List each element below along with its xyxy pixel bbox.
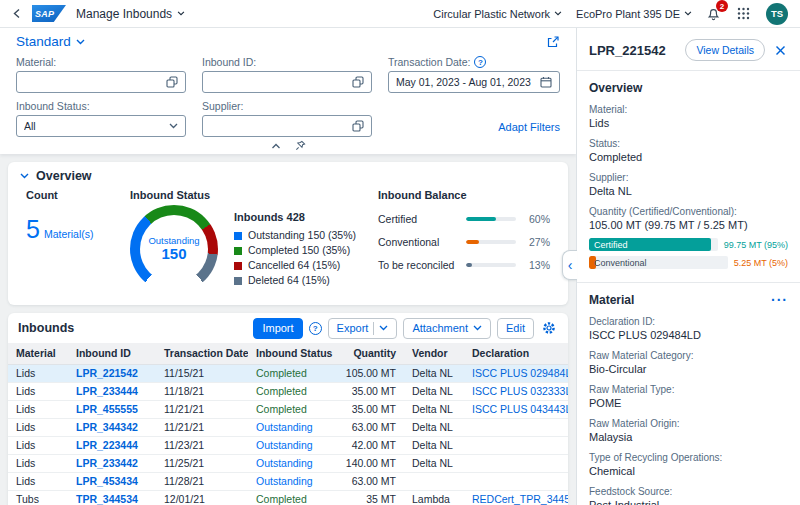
table-row[interactable]: LidsLPR_23344411/18/21Completed35.00 MTD… bbox=[8, 382, 568, 400]
supplier-input[interactable] bbox=[202, 115, 372, 137]
back-button[interactable] bbox=[12, 8, 22, 19]
shell-right-area: Circular Plastic Network EcoPro Plant 39… bbox=[433, 3, 788, 25]
panel-field: Declaration ID:ISCC PLUS 029484LD bbox=[589, 316, 788, 341]
panel-field-value: POME bbox=[589, 397, 788, 409]
balance-value: 27% bbox=[524, 236, 550, 248]
table-settings-button[interactable] bbox=[540, 319, 558, 337]
app-finder-button[interactable] bbox=[735, 5, 752, 22]
overview-panel: Overview Count 5 Material(s) Inbound Sta… bbox=[8, 162, 568, 305]
calendar-icon[interactable] bbox=[540, 76, 552, 88]
legend-item: Completed 150 (35%) bbox=[234, 243, 356, 258]
table-row[interactable]: TubsTPR_34453412/01/21Completed35 MTLamb… bbox=[8, 490, 568, 505]
cell-declaration-link[interactable]: ISCC PLUS 029484LD.pdf bbox=[464, 364, 568, 382]
import-button[interactable]: Import bbox=[253, 318, 302, 339]
cell-quantity: 140.00 MT bbox=[334, 454, 404, 472]
column-header-material[interactable]: Material bbox=[8, 343, 68, 364]
panel-overview-section: Overview Material:LidsStatus:CompletedSu… bbox=[577, 70, 800, 282]
attachment-label: Attachment bbox=[412, 322, 468, 334]
avatar[interactable]: TS bbox=[766, 3, 788, 25]
panel-field-label: Raw Material Category: bbox=[589, 350, 788, 361]
column-header-transaction-date[interactable]: Transaction Date bbox=[156, 343, 248, 364]
value-help-icon[interactable] bbox=[352, 76, 364, 88]
share-button[interactable] bbox=[546, 35, 560, 49]
cell-quantity: 35.00 MT bbox=[334, 382, 404, 400]
button-separator bbox=[373, 322, 374, 335]
value-help-icon[interactable] bbox=[166, 76, 178, 88]
cell-inbound-id-link[interactable]: LPR_233442 bbox=[68, 454, 156, 472]
cell-vendor: Delta NL bbox=[404, 418, 464, 436]
cell-quantity: 42.00 MT bbox=[334, 436, 404, 454]
transaction-date-input[interactable]: May 01, 2023 - Aug 01, 2023 bbox=[388, 71, 560, 93]
material-input[interactable] bbox=[16, 71, 186, 93]
section-overflow-button[interactable]: ··· bbox=[771, 296, 788, 304]
gear-icon bbox=[542, 321, 556, 335]
cell-inbound-status: Completed bbox=[248, 490, 334, 505]
table-row[interactable]: LidsLPR_45343411/28/21Outstanding63.00 M… bbox=[8, 472, 568, 490]
plant-selector[interactable]: EcoPro Plant 395 DE bbox=[576, 8, 692, 20]
table-scroll-area[interactable]: MaterialInbound IDTransaction DateInboun… bbox=[8, 343, 568, 505]
balance-bar bbox=[466, 240, 516, 244]
column-header-quantity[interactable]: Quantity bbox=[334, 343, 404, 364]
help-icon[interactable]: ? bbox=[474, 56, 486, 68]
pin-filter-bar-button[interactable] bbox=[295, 140, 306, 151]
cell-material: Tubs bbox=[8, 490, 68, 505]
variant-selector[interactable]: Standard bbox=[16, 34, 85, 49]
column-header-declaration[interactable]: Declaration bbox=[464, 343, 568, 364]
cell-declaration bbox=[464, 436, 568, 454]
cell-inbound-id-link[interactable]: LPR_453434 bbox=[68, 472, 156, 490]
cell-transaction-date: 11/21/21 bbox=[156, 400, 248, 418]
panel-field-value: Malaysia bbox=[589, 431, 788, 443]
balance-bar bbox=[466, 217, 516, 221]
overview-panel-header[interactable]: Overview bbox=[8, 162, 568, 185]
export-menu-button[interactable]: Export bbox=[328, 318, 398, 339]
table-row[interactable]: LidsLPR_22154211/15/21Completed105.00 MT… bbox=[8, 364, 568, 382]
panel-field-value: Post-Industrial bbox=[589, 499, 788, 505]
value-help-icon[interactable] bbox=[352, 120, 364, 132]
table-row[interactable]: LidsLPR_23344211/25/21Outstanding140.00 … bbox=[8, 454, 568, 472]
panel-field-value: Delta NL bbox=[589, 185, 788, 197]
side-panel-body[interactable]: Overview Material:LidsStatus:CompletedSu… bbox=[577, 70, 800, 505]
cell-inbound-id-link[interactable]: TPR_344534 bbox=[68, 490, 156, 505]
collapse-panel-button[interactable]: ‹ bbox=[562, 250, 577, 280]
app-title-menu[interactable]: Manage Inbounds bbox=[76, 7, 185, 21]
notifications-button[interactable]: 2 bbox=[706, 6, 721, 21]
panel-field-value: Chemical bbox=[589, 465, 788, 477]
table-row[interactable]: LidsLPR_22344411/23/21Outstanding42.00 M… bbox=[8, 436, 568, 454]
inbound-status-select[interactable]: All bbox=[16, 115, 186, 137]
page-body: Standard Material: bbox=[0, 28, 800, 505]
cell-inbound-status: Outstanding bbox=[248, 472, 334, 490]
column-header-inbound-status[interactable]: Inbound Status bbox=[248, 343, 334, 364]
cell-inbound-id-link[interactable]: LPR_221542 bbox=[68, 364, 156, 382]
table-row[interactable]: LidsLPR_45555511/21/21Completed35.00 MTD… bbox=[8, 400, 568, 418]
edit-button[interactable]: Edit bbox=[497, 318, 534, 339]
close-panel-button[interactable] bbox=[773, 43, 788, 58]
attachment-menu-button[interactable]: Attachment bbox=[403, 318, 491, 339]
cell-inbound-id-link[interactable]: LPR_455555 bbox=[68, 400, 156, 418]
help-icon[interactable]: ? bbox=[309, 322, 322, 335]
panel-field-value: Completed bbox=[589, 151, 788, 163]
inbounds-header-row: MaterialInbound IDTransaction DateInboun… bbox=[8, 343, 568, 364]
column-header-inbound-id[interactable]: Inbound ID bbox=[68, 343, 156, 364]
adapt-filters-link[interactable]: Adapt Filters bbox=[498, 121, 560, 133]
cell-inbound-id-link[interactable]: LPR_223444 bbox=[68, 436, 156, 454]
panel-material-title: Material bbox=[589, 293, 634, 307]
network-selector[interactable]: Circular Plastic Network bbox=[433, 8, 562, 20]
chevron-down-icon bbox=[76, 39, 85, 45]
panel-field: Type of Recycling Operations:Chemical bbox=[589, 452, 788, 477]
panel-field-value: 105.00 MT (99.75 MT / 5.25 MT) bbox=[589, 219, 788, 231]
view-details-button[interactable]: View Details bbox=[685, 39, 765, 61]
table-row[interactable]: LidsLPR_34434211/21/21Outstanding63.00 M… bbox=[8, 418, 568, 436]
inbound-balance-rows: Certified60%Conventional27%To be reconci… bbox=[378, 213, 550, 271]
close-icon bbox=[775, 45, 786, 56]
cell-inbound-id-link[interactable]: LPR_233444 bbox=[68, 382, 156, 400]
balance-label: Conventional bbox=[378, 236, 458, 248]
cell-inbound-id-link[interactable]: LPR_344342 bbox=[68, 418, 156, 436]
inbound-id-input[interactable] bbox=[202, 71, 372, 93]
panel-field: Feedstock Source:Post-Industrial bbox=[589, 486, 788, 505]
column-header-vendor[interactable]: Vendor bbox=[404, 343, 464, 364]
cell-declaration-link[interactable]: ISCC PLUS 043443LD.pdf bbox=[464, 400, 568, 418]
cell-declaration-link[interactable]: REDCert_TPR_344534.pdf bbox=[464, 490, 568, 505]
collapse-filter-bar-button[interactable] bbox=[271, 143, 281, 149]
cell-declaration-link[interactable]: ISCC PLUS 032333LD.pdf bbox=[464, 382, 568, 400]
panel-field-label: Material: bbox=[589, 104, 788, 115]
